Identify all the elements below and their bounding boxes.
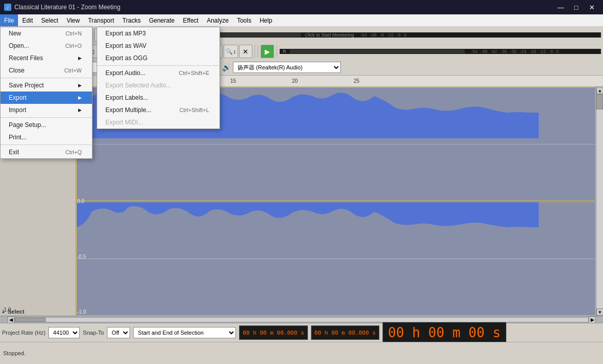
meter-r-label: R bbox=[283, 49, 288, 54]
waveform-lower bbox=[76, 202, 596, 316]
export-multiple[interactable]: Export Multiple... Ctrl+Shift+L bbox=[97, 104, 220, 116]
meter-r-bar bbox=[290, 49, 465, 53]
export-selected-audio: Export Selected Audio... bbox=[97, 79, 220, 92]
scroll-thumb[interactable] bbox=[596, 94, 603, 110]
project-rate-select[interactable]: 44100 bbox=[48, 327, 80, 338]
app-icon: ♪ bbox=[4, 4, 11, 11]
menu-tracks[interactable]: Tracks bbox=[118, 14, 145, 26]
status-row-1: Project Rate (Hz) 44100 Snap-To Off Star… bbox=[0, 323, 603, 342]
menu-open[interactable]: Open... Ctrl+O bbox=[1, 40, 92, 52]
time-start-display: 00 h 00 m 00.000 s bbox=[239, 325, 307, 340]
meter-bottom: R -54-48-42 -36-30-24 -18-12-60 bbox=[280, 49, 601, 54]
track-select-label: Select bbox=[8, 308, 24, 315]
h-scroll-thumb[interactable] bbox=[15, 318, 46, 322]
scroll-left-button[interactable]: ◀ bbox=[7, 316, 14, 323]
track-bottom: ▲ Select bbox=[1, 308, 24, 315]
export-submenu: Export as MP3 Export as WAV Export as OG… bbox=[97, 27, 220, 129]
export-wav[interactable]: Export as WAV bbox=[97, 40, 220, 52]
scroll-up-button[interactable]: ▲ bbox=[596, 87, 603, 94]
export-labels[interactable]: Export Labels... bbox=[97, 92, 220, 104]
tick-15: 15 bbox=[230, 78, 236, 84]
project-rate-label: Project Rate (Hz) bbox=[2, 330, 45, 336]
speaker-icon: 🔊 bbox=[222, 63, 231, 71]
title-bar-left: ♪ Classical Literature 01 - Zoom Meeting bbox=[4, 4, 120, 11]
vertical-scrollbar[interactable]: ▲ ▼ bbox=[596, 87, 603, 316]
menu-generate[interactable]: Generate bbox=[145, 14, 179, 26]
scroll-right-button[interactable]: ▶ bbox=[589, 316, 596, 323]
menu-close[interactable]: Close Ctrl+W bbox=[1, 64, 92, 77]
menu-print[interactable]: Print... bbox=[1, 131, 92, 143]
status-bar: Project Rate (Hz) 44100 Snap-To Off Star… bbox=[0, 323, 603, 364]
menu-tools[interactable]: Tools bbox=[233, 14, 255, 26]
menu-import[interactable]: Import bbox=[1, 104, 92, 116]
export-mp3[interactable]: Export as MP3 bbox=[97, 27, 220, 40]
menu-bar: File Edit Select View Transport Tracks G… bbox=[0, 14, 603, 27]
meter-monitor-text: Click to Start Monitoring bbox=[305, 32, 354, 38]
zoom-fit-v-button[interactable]: 🔍↕ bbox=[224, 45, 238, 58]
window-title: Classical Literature 01 - Zoom Meeting bbox=[14, 4, 120, 11]
play-button[interactable]: ▶ bbox=[261, 45, 274, 58]
menu-effect[interactable]: Effect bbox=[179, 14, 203, 26]
menu-file[interactable]: File bbox=[0, 14, 18, 26]
export-audio[interactable]: Export Audio... Ctrl+Shift+E bbox=[97, 67, 220, 79]
title-bar: ♪ Classical Literature 01 - Zoom Meeting… bbox=[0, 0, 603, 14]
menu-recent-files[interactable]: Recent Files bbox=[1, 52, 92, 64]
maximize-button[interactable]: □ bbox=[569, 2, 583, 13]
export-ogg[interactable]: Export as OGG bbox=[97, 52, 220, 64]
select-arrow-icon: ▲ bbox=[1, 309, 6, 314]
window-controls: — □ ✕ bbox=[554, 2, 599, 13]
horizontal-scrollbar: ◀ ▶ bbox=[0, 316, 603, 323]
scroll-down-button[interactable]: ▼ bbox=[596, 308, 603, 316]
snap-to-label: Snap-To bbox=[83, 330, 104, 336]
stopped-status: Stopped. bbox=[0, 342, 603, 364]
menu-help[interactable]: Help bbox=[255, 14, 277, 26]
menu-page-setup[interactable]: Page Setup... bbox=[1, 119, 92, 131]
menu-new[interactable]: New Ctrl+N bbox=[1, 27, 92, 40]
time-end-display: 00 h 00 m 00.000 s bbox=[311, 325, 379, 340]
menu-save-project[interactable]: Save Project bbox=[1, 79, 92, 92]
sep-export-1 bbox=[97, 65, 220, 66]
tick-25: 25 bbox=[354, 78, 359, 84]
h-scroll-track bbox=[14, 317, 589, 322]
center-line-lower bbox=[76, 259, 596, 259]
menu-export[interactable]: Export bbox=[1, 92, 92, 104]
menu-select[interactable]: Select bbox=[37, 14, 62, 26]
meter-scale-bottom: -54-48-42 -36-30-24 -18-12-60 bbox=[471, 49, 559, 54]
selection-mode-select[interactable]: Start and End of Selection bbox=[133, 327, 236, 338]
center-line-upper bbox=[76, 144, 596, 144]
menu-exit[interactable]: Exit Ctrl+Q bbox=[1, 146, 92, 158]
sep-3 bbox=[1, 144, 92, 145]
export-midi: Export MIDI... bbox=[97, 116, 220, 129]
close-button[interactable]: ✕ bbox=[584, 2, 599, 13]
menu-analyze[interactable]: Analyze bbox=[203, 14, 233, 26]
sep-1 bbox=[1, 78, 92, 78]
scroll-track bbox=[596, 94, 603, 308]
speaker-select[interactable]: 扬声器 (Realtek(R) Audio) bbox=[233, 62, 341, 73]
meter-scale-top: -54-48-8 -12-60 bbox=[360, 32, 407, 38]
file-menu-dropdown: New Ctrl+N Open... Ctrl+O Recent Files C… bbox=[0, 27, 93, 159]
menu-edit[interactable]: Edit bbox=[18, 14, 37, 26]
separator-7 bbox=[258, 45, 258, 58]
menu-view[interactable]: View bbox=[62, 14, 84, 26]
menu-transport[interactable]: Transport bbox=[84, 14, 118, 26]
separator-8 bbox=[277, 45, 277, 58]
zoom-custom-button[interactable]: ✕ bbox=[239, 45, 252, 58]
snap-to-select[interactable]: Off bbox=[107, 327, 130, 338]
minimize-button[interactable]: — bbox=[554, 2, 568, 13]
tick-20: 20 bbox=[292, 78, 298, 84]
sep-2 bbox=[1, 117, 92, 118]
big-time-display: 00 h 00 m 00 s bbox=[382, 321, 506, 344]
